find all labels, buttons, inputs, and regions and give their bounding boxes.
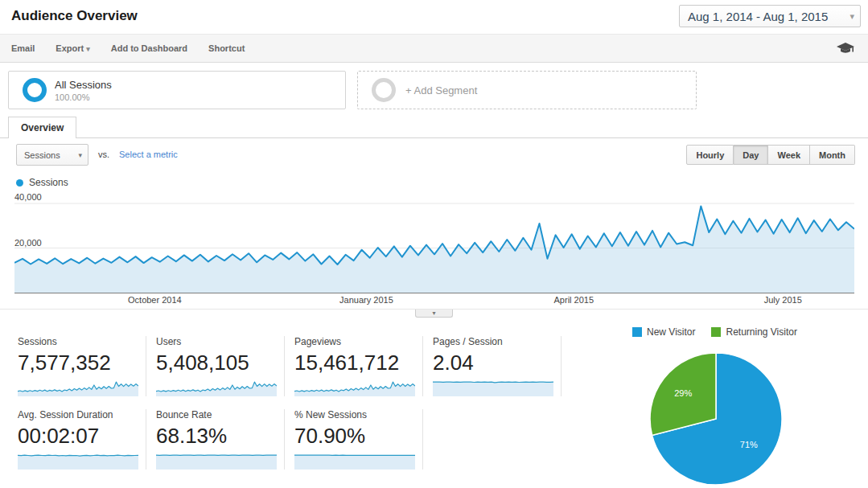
sessions-timeseries-chart[interactable] [14, 193, 854, 293]
granularity-week-button[interactable]: Week [768, 145, 810, 165]
metric-label: Bounce Rate [156, 409, 284, 420]
add-segment-label: + Add Segment [405, 84, 477, 96]
users-sparkline [156, 381, 277, 396]
legend-label: Returning Visitor [726, 326, 797, 338]
tab-overview-label: Overview [21, 122, 64, 133]
granularity-button-group: Hourly Day Week Month [686, 145, 855, 165]
export-button[interactable]: Export▾ [56, 43, 89, 53]
metric-card-new-sessions: % New Sessions 70.90% [285, 409, 423, 470]
sessions-legend-dot-icon [16, 179, 23, 187]
visitor-type-pie-chart[interactable]: 71% 29% [649, 352, 783, 486]
granularity-day-button[interactable]: Day [734, 145, 768, 165]
vs-label: vs. [98, 150, 109, 159]
metric-card-users: Users 5,408,105 [146, 336, 285, 396]
legend-item-new-visitor: New Visitor [632, 326, 695, 338]
avg-session-duration-sparkline [18, 454, 138, 470]
x-axis-tick: July 2015 [764, 295, 802, 305]
x-axis-tick: April 2015 [554, 295, 594, 305]
metric-card-sessions: Sessions 7,577,352 [8, 336, 146, 396]
metric-value: 5,408,105 [156, 351, 284, 375]
y-axis-tick-40000: 40,000 [14, 192, 42, 202]
audience-overview-page: Audience Overview Aug 1, 2014 - Aug 1, 2… [0, 0, 868, 488]
metric-value: 15,461,712 [294, 351, 422, 375]
metric-label: Pages / Session [433, 336, 561, 347]
shortcut-label: Shortcut [208, 43, 245, 53]
metric-label: Users [156, 336, 284, 347]
metric-card-pages-per-session: Pages / Session 2.04 [423, 336, 562, 396]
metric-select-value: Sessions [24, 150, 60, 160]
metric-label: Avg. Session Duration [18, 409, 146, 420]
legend-label: New Visitor [647, 326, 695, 338]
sessions-sparkline [18, 381, 138, 396]
granularity-hourly-button[interactable]: Hourly [686, 145, 734, 165]
shortcut-button[interactable]: Shortcut [208, 43, 245, 53]
page-title: Audience Overview [11, 8, 138, 24]
email-label: Email [11, 43, 35, 53]
report-toolbar: Email Export▾ Add to Dashboard Shortcut [0, 34, 868, 63]
pie-slice-label: 29% [674, 388, 692, 398]
chevron-down-icon: ▾ [849, 11, 854, 22]
email-button[interactable]: Email [11, 43, 35, 53]
new-sessions-sparkline [294, 454, 415, 470]
select-a-metric-link[interactable]: Select a metric [119, 150, 178, 159]
metric-value: 68.13% [156, 424, 284, 449]
segment-donut-placeholder-icon [372, 78, 396, 102]
new-visitor-swatch-icon [632, 327, 642, 337]
add-to-dashboard-label: Add to Dashboard [111, 43, 187, 53]
metric-value: 7,577,352 [18, 351, 146, 375]
metric-card-avg-session-duration: Avg. Session Duration 00:02:07 [8, 409, 146, 470]
granularity-month-button[interactable]: Month [810, 145, 855, 165]
legend-item-returning-visitor: Returning Visitor [711, 326, 797, 338]
chevron-down-icon: ▾ [432, 311, 435, 316]
metric-value: 00:02:07 [18, 424, 146, 449]
metric-value: 70.90% [294, 424, 422, 449]
date-range-label: Aug 1, 2014 - Aug 1, 2015 [688, 10, 828, 23]
intelligence-graduation-cap-icon[interactable] [836, 42, 855, 55]
metric-label: Sessions [18, 336, 146, 347]
returning-visitor-swatch-icon [711, 327, 721, 337]
x-axis: October 2014 January 2015 April 2015 Jul… [14, 295, 854, 306]
add-segment-button[interactable]: + Add Segment [357, 71, 697, 109]
chevron-down-icon: ▾ [78, 151, 82, 159]
segment-all-sessions[interactable]: All Sessions 100.00% [8, 71, 346, 109]
chart-legend: Sessions [16, 177, 68, 188]
tab-overview[interactable]: Overview [8, 117, 76, 138]
page-header: Audience Overview Aug 1, 2014 - Aug 1, 2… [0, 0, 868, 33]
add-to-dashboard-button[interactable]: Add to Dashboard [111, 43, 187, 53]
metric-card-bounce-rate: Bounce Rate 68.13% [146, 409, 285, 470]
segment-donut-icon [23, 78, 47, 102]
pages-per-session-sparkline [433, 381, 553, 396]
pie-slice-label: 71% [740, 440, 758, 449]
pageviews-sparkline [294, 381, 415, 396]
y-axis-tick-20000: 20,000 [14, 238, 42, 248]
x-axis-tick: January 2015 [339, 295, 393, 305]
date-range-selector[interactable]: Aug 1, 2014 - Aug 1, 2015 ▾ [679, 5, 861, 27]
visitor-type-legend: New Visitor Returning Visitor [632, 326, 813, 338]
segment-percentage: 100.00% [55, 92, 112, 102]
pie-svg [649, 352, 783, 486]
chevron-down-icon: ▾ [86, 45, 90, 53]
bounce-rate-sparkline [156, 454, 277, 470]
metric-card-pageviews: Pageviews 15,461,712 [285, 336, 423, 396]
sessions-legend-label: Sessions [29, 177, 68, 188]
metric-label: % New Sessions [294, 409, 422, 420]
sessions-chart-svg [14, 193, 854, 293]
metric-select-dropdown[interactable]: Sessions ▾ [16, 144, 88, 166]
x-axis-tick: October 2014 [128, 295, 182, 305]
segment-title: All Sessions [55, 79, 112, 91]
metric-label: Pageviews [294, 336, 422, 347]
chart-collapse-handle[interactable]: ▾ [415, 310, 453, 318]
export-label: Export [56, 43, 84, 53]
metric-value: 2.04 [433, 351, 561, 375]
